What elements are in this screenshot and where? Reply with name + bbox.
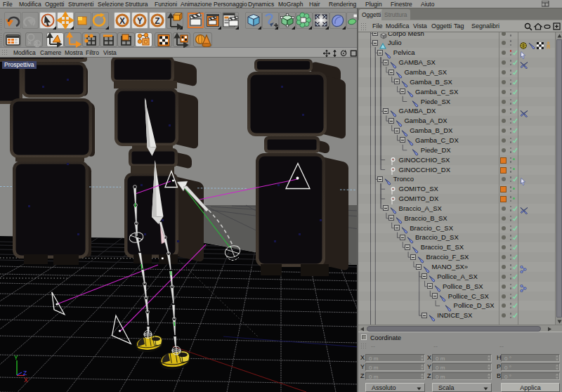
- svg-text:X: X: [24, 377, 28, 384]
- svg-text:Z: Z: [23, 370, 27, 377]
- svg-text:Y: Y: [137, 16, 143, 26]
- svg-text:X: X: [119, 16, 125, 26]
- svg-text:Y: Y: [14, 354, 18, 361]
- svg-text:Z: Z: [155, 16, 159, 26]
